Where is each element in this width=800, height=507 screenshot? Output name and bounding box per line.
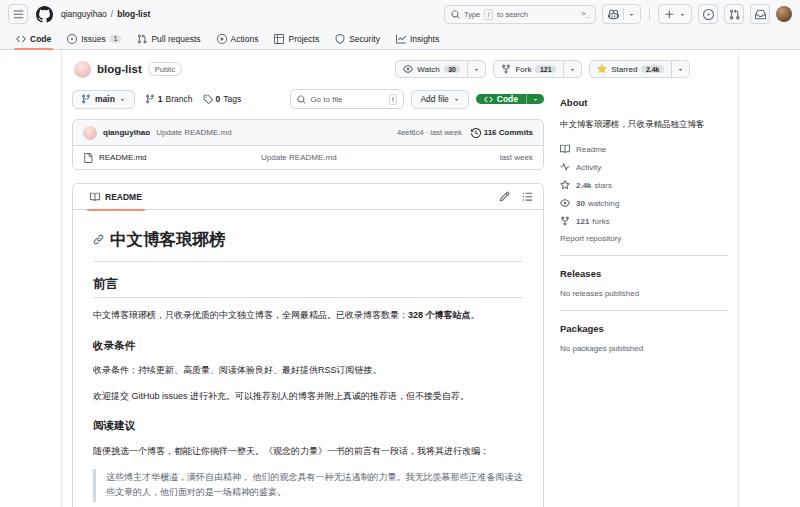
create-new-button[interactable] bbox=[658, 4, 692, 24]
fork-dropdown[interactable] bbox=[563, 61, 581, 77]
breadcrumb-repo[interactable]: blog-list bbox=[117, 9, 150, 19]
sidebar-divider bbox=[560, 310, 728, 311]
paragraph-text: 。 bbox=[471, 310, 480, 320]
add-file-button[interactable]: Add file bbox=[411, 90, 468, 109]
user-avatar[interactable] bbox=[776, 6, 792, 22]
tab-label: Actions bbox=[231, 34, 259, 44]
watch-dropdown[interactable] bbox=[467, 61, 485, 77]
watch-button[interactable]: Watch 30 bbox=[395, 60, 486, 78]
file-link[interactable]: README.md bbox=[83, 153, 261, 163]
star-button[interactable]: Starred 2.4k bbox=[589, 60, 690, 78]
tab-pull-requests[interactable]: Pull requests bbox=[129, 28, 208, 49]
repo-owner-avatar[interactable] bbox=[74, 61, 91, 78]
code-button[interactable]: Code bbox=[476, 94, 544, 104]
tab-label: Security bbox=[349, 34, 380, 44]
pulse-icon bbox=[560, 162, 570, 172]
pull-requests-dashboard-button[interactable] bbox=[724, 4, 744, 24]
chevron-down-icon bbox=[453, 96, 460, 103]
tab-readme[interactable]: README bbox=[83, 184, 149, 210]
outline-icon[interactable] bbox=[522, 191, 533, 202]
plus-icon bbox=[664, 9, 675, 20]
edit-pencil-icon[interactable] bbox=[499, 191, 510, 202]
repo-description: 中文博客琅琊榜，只收录精品独立博客 bbox=[560, 118, 728, 131]
sidebar-item-stars[interactable]: 2.4k stars bbox=[560, 180, 728, 190]
code-dropdown[interactable] bbox=[526, 94, 544, 104]
hamburger-menu-button[interactable] bbox=[8, 4, 28, 24]
fork-count: 121 bbox=[535, 65, 556, 73]
about-title: About bbox=[560, 97, 728, 108]
table-row: README.md Update README.md last week bbox=[73, 146, 543, 169]
paragraph-preface: 中文博客琅琊榜，只收录优质的中文独立博客，全网最精品。已收录博客数量：328 个… bbox=[93, 308, 523, 323]
goto-file-input[interactable] bbox=[310, 95, 384, 104]
report-repository-link[interactable]: Report repository bbox=[560, 234, 728, 243]
copilot-button[interactable] bbox=[602, 4, 641, 24]
visibility-badge: Public bbox=[148, 62, 182, 76]
issue-opened-icon bbox=[67, 34, 77, 44]
fork-icon bbox=[560, 216, 570, 226]
shield-icon bbox=[335, 34, 345, 44]
sidebar-item-label: Activity bbox=[576, 163, 601, 172]
fork-button[interactable]: Fork 121 bbox=[493, 60, 582, 78]
t-key-hint: t bbox=[389, 94, 398, 105]
commit-meta[interactable]: 4eef6c4 · last week bbox=[397, 128, 462, 137]
table-icon bbox=[274, 34, 284, 44]
page-container: blog-list Public Watch 30 Fork 121 bbox=[61, 50, 739, 507]
sidebar-item-forks[interactable]: 121 forks bbox=[560, 216, 728, 226]
command-palette-icon[interactable]: >_ bbox=[582, 10, 589, 18]
commit-history-link[interactable]: 116 Commits bbox=[471, 128, 533, 138]
global-search-input[interactable]: Type / to search >_ bbox=[444, 5, 596, 24]
tab-label: Code bbox=[30, 34, 51, 44]
commit-author[interactable]: qianguyihao bbox=[103, 128, 150, 137]
link-icon[interactable] bbox=[93, 234, 104, 245]
tags-link[interactable]: 0 Tags bbox=[203, 94, 242, 104]
github-logo-icon[interactable] bbox=[36, 6, 53, 23]
chevron-down-icon bbox=[569, 66, 576, 73]
fork-label: Fork bbox=[515, 65, 531, 74]
tab-label: Projects bbox=[288, 34, 319, 44]
breadcrumb-separator: / bbox=[111, 9, 113, 19]
tab-code[interactable]: Code bbox=[8, 28, 59, 49]
star-count: 2.4k bbox=[641, 65, 664, 73]
sidebar-item-label: stars bbox=[595, 181, 612, 190]
inbox-button[interactable] bbox=[750, 4, 770, 24]
book-icon bbox=[90, 192, 100, 202]
packages-title: Packages bbox=[560, 323, 728, 334]
tab-security[interactable]: Security bbox=[327, 28, 388, 49]
search-icon bbox=[297, 95, 306, 104]
sidebar-item-watching[interactable]: 30 watching bbox=[560, 198, 728, 208]
star-icon bbox=[597, 64, 607, 74]
blog-count-strong: 328 个博客站点 bbox=[408, 310, 471, 320]
readme-title: 中文博客琅琊榜 bbox=[93, 225, 523, 262]
goto-file-search[interactable]: t bbox=[290, 89, 404, 109]
branches-count: 1 bbox=[158, 94, 163, 104]
branches-link[interactable]: 1 Branch bbox=[145, 94, 193, 104]
chevron-down-icon bbox=[677, 66, 684, 73]
search-placeholder-prefix: Type bbox=[464, 10, 480, 19]
sidebar-item-activity[interactable]: Activity bbox=[560, 162, 728, 172]
breadcrumb-owner[interactable]: qianguyihao bbox=[61, 9, 107, 19]
tag-icon bbox=[203, 94, 213, 104]
tab-projects[interactable]: Projects bbox=[266, 28, 327, 49]
repo-name[interactable]: blog-list bbox=[97, 63, 142, 75]
branches-label: Branch bbox=[166, 94, 193, 104]
packages-empty-text: No packages published bbox=[560, 344, 728, 353]
issues-count-badge: 1 bbox=[110, 35, 122, 43]
paragraph-reading: 随便挑选一个博客，都能让你徜徉一整天。《观念的力量》一书的前言有一段话，我将其进… bbox=[93, 444, 523, 459]
search-placeholder-suffix: to search bbox=[497, 10, 577, 19]
star-dropdown[interactable] bbox=[671, 61, 689, 77]
sidebar-item-readme[interactable]: Readme bbox=[560, 144, 728, 154]
commit-message[interactable]: Update README.md bbox=[156, 128, 232, 137]
issues-dashboard-button[interactable] bbox=[698, 4, 718, 24]
tab-actions[interactable]: Actions bbox=[209, 28, 267, 49]
tab-issues[interactable]: Issues 1 bbox=[59, 28, 129, 49]
paragraph-criteria-1: 收录条件：持续更新、高质量、阅读体验良好、最好提供RSS订阅链接。 bbox=[93, 363, 523, 378]
git-pull-request-icon bbox=[729, 9, 740, 20]
sidebar-divider bbox=[560, 255, 728, 256]
commit-author-avatar[interactable] bbox=[83, 126, 97, 140]
branch-selector[interactable]: main bbox=[72, 90, 135, 109]
tab-insights[interactable]: Insights bbox=[388, 28, 447, 49]
copilot-icon bbox=[608, 9, 619, 20]
watch-count: 30 bbox=[444, 65, 461, 73]
file-commit-message[interactable]: Update README.md bbox=[261, 153, 500, 162]
history-icon bbox=[471, 128, 481, 138]
